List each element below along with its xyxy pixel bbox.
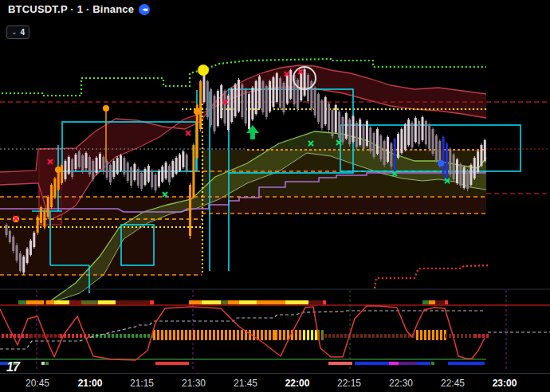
signal-strip-segment: [155, 362, 189, 365]
time-label: 21:15: [130, 378, 154, 389]
candle-body: [47, 197, 49, 217]
candle-body: [251, 88, 253, 120]
squeeze-block: [157, 330, 159, 340]
trend-strip-segment: [308, 300, 323, 304]
candle-body: [466, 171, 469, 189]
signal-dot-marker: [198, 65, 209, 76]
trend-strip-segment: [228, 300, 239, 304]
candle-body: [245, 89, 247, 123]
candle-body: [168, 166, 171, 182]
squeeze-block: [392, 334, 395, 338]
candle-body: [151, 171, 153, 187]
squeeze-block: [143, 334, 146, 338]
replay-rewind-icon[interactable]: ◂◂: [139, 4, 150, 15]
candle-body: [453, 155, 455, 179]
signal-dot-marker: [438, 160, 444, 167]
trend-strip-segment: [69, 300, 81, 304]
squeeze-block: [269, 330, 271, 340]
candle-body: [165, 163, 167, 178]
candle-body: [171, 161, 174, 177]
main-chart-svg[interactable]: [0, 0, 550, 373]
candle-body: [414, 118, 417, 142]
squeeze-block: [265, 330, 267, 340]
squeeze-block: [185, 330, 187, 340]
squeeze-block: [364, 334, 367, 338]
squeeze-block: [120, 334, 122, 338]
squeeze-block: [193, 330, 195, 340]
signal-strip-segment: [431, 362, 434, 365]
chart-canvas[interactable]: [0, 0, 550, 373]
signal-dot-marker: [194, 108, 200, 115]
squeeze-block: [197, 330, 199, 340]
candle-body: [102, 157, 104, 172]
squeeze-block: [72, 334, 74, 338]
squeeze-block: [261, 330, 263, 340]
symbol-title[interactable]: BTCUSDT.P · 1 · Binance: [8, 3, 134, 15]
squeeze-block: [352, 334, 355, 338]
trend-strip-segment: [275, 300, 285, 304]
candle-body: [456, 159, 458, 183]
squeeze-block: [237, 330, 239, 340]
squeeze-block: [68, 334, 70, 338]
squeeze-block: [384, 334, 387, 338]
trend-strip-segment: [150, 300, 154, 304]
candle-body: [376, 129, 379, 154]
time-axis[interactable]: 20:4521:0021:1521:3021:4522:0022:1522:30…: [0, 373, 550, 392]
chart-legend: BTCUSDT.P · 1 · Binance ◂◂: [8, 3, 150, 15]
candle-body: [140, 173, 143, 189]
squeeze-block: [328, 334, 331, 338]
candle-body: [217, 91, 219, 126]
candle-body: [397, 134, 399, 158]
time-label: 22:45: [441, 378, 465, 389]
candle-body: [379, 135, 382, 159]
squeeze-block: [221, 330, 223, 340]
squeeze-block: [372, 334, 375, 338]
candle-body: [404, 124, 407, 150]
time-label: 22:30: [389, 378, 413, 389]
squeeze-block: [177, 330, 179, 340]
squeeze-block: [340, 334, 343, 338]
trend-strip-segment: [44, 300, 46, 304]
squeeze-block: [360, 334, 363, 338]
time-label: 21:45: [234, 378, 257, 389]
signal-dot-marker: [55, 167, 61, 173]
signal-strip-segment: [355, 362, 389, 365]
candle-body: [255, 81, 257, 114]
candle-body: [22, 257, 25, 272]
candle-body: [202, 72, 205, 102]
candle-body: [459, 164, 462, 186]
squeeze-block: [50, 334, 53, 338]
candle-body: [338, 112, 340, 138]
candle-body: [37, 217, 39, 233]
signal-strip-segment: [41, 362, 45, 365]
squeeze-block: [404, 334, 407, 338]
candle-body: [383, 141, 386, 165]
squeeze-block: [132, 334, 134, 338]
candle-body: [335, 105, 337, 132]
candle-body: [6, 225, 8, 235]
squeeze-block: [181, 330, 183, 340]
candle-body: [432, 129, 434, 154]
trend-strip-segment: [422, 300, 429, 304]
candle-body: [43, 210, 45, 227]
squeeze-block: [2, 334, 4, 338]
squeeze-block: [380, 334, 383, 338]
candle-body: [33, 233, 35, 247]
squeeze-block: [465, 334, 467, 338]
squeeze-block: [233, 330, 235, 340]
squeeze-block: [38, 334, 41, 338]
candle-body: [50, 185, 53, 207]
squeeze-block: [461, 334, 463, 338]
candle-body: [133, 164, 136, 180]
trend-strip-segment: [445, 300, 448, 304]
squeeze-block: [424, 330, 426, 340]
trend-strip-segment: [81, 300, 98, 304]
tradingview-logo[interactable]: 17: [6, 360, 19, 374]
signal-strip-segment: [389, 362, 399, 365]
squeeze-block: [6, 334, 8, 338]
candle-body: [279, 78, 281, 108]
squeeze-block: [173, 330, 175, 340]
candle-body: [435, 135, 438, 160]
candle-body: [158, 171, 160, 186]
indicators-collapse-toggle[interactable]: ⌄ 4: [6, 25, 29, 39]
